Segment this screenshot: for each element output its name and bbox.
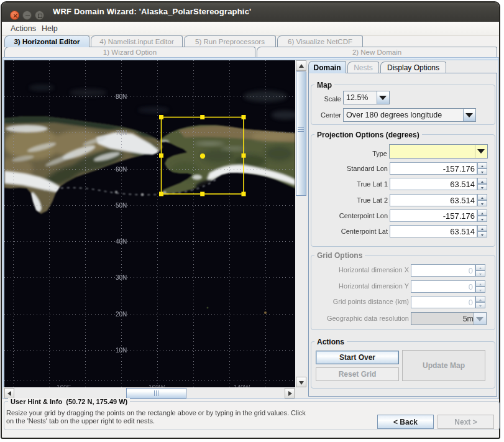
svg-text:60N: 60N [116, 166, 127, 173]
svg-text:50N: 50N [116, 202, 127, 209]
svg-text:80N: 80N [116, 93, 127, 100]
svg-text:10N: 10N [116, 347, 127, 354]
svg-text:160E: 160E [57, 384, 71, 387]
svg-text:140W: 140W [234, 384, 250, 387]
svg-text:20N: 20N [116, 311, 127, 318]
svg-text:70N: 70N [116, 129, 127, 136]
svg-text:30N: 30N [116, 274, 127, 281]
svg-text:160W: 160W [149, 384, 165, 387]
svg-text:40N: 40N [116, 238, 127, 245]
